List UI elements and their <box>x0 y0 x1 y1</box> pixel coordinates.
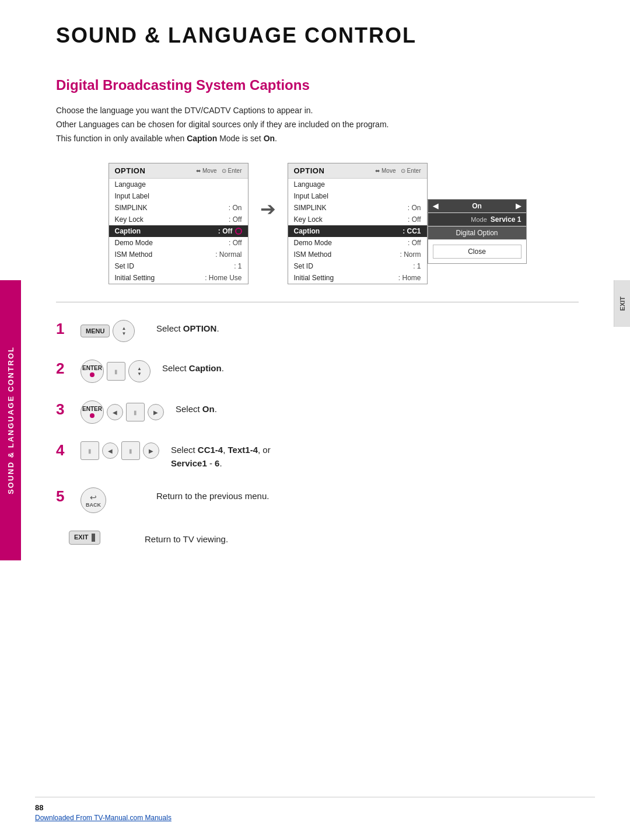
step-3-on: On <box>202 404 215 414</box>
nav-down-icon: ▼ <box>121 332 126 336</box>
screen-left-row-3: Key Lock: Off <box>109 214 248 225</box>
step-3-buttons: ENTER ◀ ▮ ▶ <box>80 400 164 424</box>
step-3: 3 ENTER ◀ ▮ ▶ Select On. <box>56 400 579 424</box>
arrow-container: ➔ <box>260 163 276 220</box>
screen-right-row-5: Demo Mode: Off <box>288 237 427 249</box>
nav-right-4[interactable]: ▶ <box>143 442 159 459</box>
step-4-text1: Text1-4 <box>228 445 258 455</box>
enter-button-2[interactable]: ENTER <box>80 360 104 383</box>
step-5-buttons: ↩ BACK <box>80 487 145 513</box>
screen-right-nav: ⬌ Move ⊙ Enter <box>375 168 421 174</box>
desc-line-1: Choose the language you want the DTV/CAD… <box>56 104 579 118</box>
screen-left: OPTION ⬌ Move ⊙ Enter Language Input Lab… <box>108 163 249 284</box>
footer-link[interactable]: Downloaded From TV-Manual.com Manuals <box>35 814 172 822</box>
side-tab-label: SOUND & LANGUAGE CONTROL <box>6 346 15 494</box>
screen-right-row-2: SIMPLINK: On <box>288 202 427 214</box>
sub-menu-on-row: ◀ On ▶ <box>428 200 526 213</box>
exit-tab: EXIT <box>614 280 630 327</box>
nav-updown-button-1[interactable]: ▲ ▼ <box>113 320 135 342</box>
step-3-number: 3 <box>56 402 69 417</box>
nav-up-icon-2: ▲ <box>137 367 142 371</box>
screen-right-area: OPTION ⬌ Move ⊙ Enter Language Input Lab… <box>288 163 527 284</box>
menu-button[interactable]: MENU <box>80 325 110 337</box>
nav-up-icon: ▲ <box>121 326 126 331</box>
sub-menu-close-row[interactable]: Close <box>433 245 522 259</box>
screens-area: OPTION ⬌ Move ⊙ Enter Language Input Lab… <box>56 163 579 284</box>
screen-left-row-7: Set ID: 1 <box>109 260 248 272</box>
desc-bold-caption: Caption <box>187 134 217 143</box>
step-1-buttons: MENU ▲ ▼ <box>80 320 145 342</box>
description: Choose the language you want the DTV/CAD… <box>56 104 579 145</box>
sub-menu-service-row: Mode Service 1 <box>428 213 526 226</box>
enter-label-3: ENTER <box>82 406 102 412</box>
step-2: 2 ENTER ▮ ▲ ▼ Select Caption. <box>56 360 579 383</box>
sub-menu-service-label: Service 1 <box>491 215 522 224</box>
screen-left-row-1: Input Label <box>109 190 248 202</box>
step-5-text: Return to the previous menu. <box>156 487 269 503</box>
page-title: SOUND & LANGUAGE CONTROL <box>56 23 579 48</box>
step-4-cc: CC1-4 <box>198 445 223 455</box>
square-icon: ▮ <box>114 368 118 375</box>
step-1-option: OPTION <box>183 323 217 333</box>
tri-left-icon: ◀ <box>433 202 438 210</box>
step-1: 1 MENU ▲ ▼ Select OPTION. <box>56 320 579 342</box>
nav-left-4[interactable]: ◀ <box>102 442 118 459</box>
back-button[interactable]: ↩ BACK <box>80 487 106 513</box>
enter-dot-3 <box>90 413 94 418</box>
desc-line-2: Other Languages can be chosen for digita… <box>56 118 579 132</box>
nav-square-2[interactable]: ▮ <box>107 362 125 381</box>
exit-text: Return to TV viewing. <box>145 531 228 546</box>
exit-tab-label: EXIT <box>619 297 626 311</box>
step-1-text: Select OPTION. <box>156 320 219 336</box>
screen-right-row-6: ISM Method: Norm <box>288 249 427 260</box>
square-icon-4: ▮ <box>88 448 92 454</box>
divider <box>56 302 579 302</box>
enter-label: ENTER <box>82 365 102 371</box>
tri-right-icon: ▶ <box>516 202 521 210</box>
screen-left-header: OPTION ⬌ Move ⊙ Enter <box>109 163 248 179</box>
sub-menu-panel: ◀ On ▶ Mode Service 1 Digital Option Clo… <box>428 199 527 264</box>
screen-left-title: OPTION <box>115 166 146 175</box>
screen-right: OPTION ⬌ Move ⊙ Enter Language Input Lab… <box>288 163 428 284</box>
step-4-buttons: ▮ ◀ ▮ ▶ <box>80 441 159 460</box>
step-4-number: 4 <box>56 442 69 458</box>
step-2-text: Select Caption. <box>162 360 224 375</box>
nav-square-4b[interactable]: ▮ <box>121 441 140 460</box>
screen-left-row-5: Demo Mode: Off <box>109 237 248 249</box>
screen-left-row-caption: Caption : Off <box>109 225 248 237</box>
page-number: 88 <box>35 803 595 812</box>
screen-right-row-7: Set ID: 1 <box>288 260 427 272</box>
side-tab: SOUND & LANGUAGE CONTROL <box>0 280 21 560</box>
step-1-number: 1 <box>56 321 69 336</box>
step-4-service: Service1 <box>171 458 207 468</box>
nav-square-4[interactable]: ▮ <box>80 441 99 460</box>
step-2-caption: Caption <box>189 363 222 373</box>
sub-menu-close-wrapper: Close <box>428 240 526 263</box>
screen-left-row-8: Initial Setting: Home Use <box>109 272 248 284</box>
nav-right-3[interactable]: ▶ <box>148 404 164 420</box>
desc-line-3: This function in only available when Cap… <box>56 132 579 146</box>
screen-left-row-2: SIMPLINK: On <box>109 202 248 214</box>
screen-left-nav: ⬌ Move ⊙ Enter <box>196 168 242 174</box>
nav-updown-button-2[interactable]: ▲ ▼ <box>128 360 150 382</box>
screen-right-title: OPTION <box>294 166 325 175</box>
exit-button[interactable]: EXIT <box>69 531 100 545</box>
footer: 88 Downloaded From TV-Manual.com Manuals <box>35 797 595 822</box>
step-2-buttons: ENTER ▮ ▲ ▼ <box>80 360 150 383</box>
nav-square-3[interactable]: ▮ <box>126 403 145 421</box>
step-5-number: 5 <box>56 489 69 504</box>
nav-left-3[interactable]: ◀ <box>107 404 123 420</box>
mode-label: Mode <box>471 216 487 223</box>
enter-button-3[interactable]: ENTER <box>80 400 104 424</box>
screen-left-row-0: Language <box>109 179 248 190</box>
back-arrow-icon: ↩ <box>90 493 97 502</box>
step-exit: EXIT Return to TV viewing. <box>69 531 579 546</box>
screen-right-row-0: Language <box>288 179 427 190</box>
screen-right-row-caption: Caption: CC1 <box>288 225 427 237</box>
section-title: Digital Broadcasting System Captions <box>56 77 579 93</box>
sub-menu-digital-label: Digital Option <box>456 229 498 237</box>
screen-right-row-8: Initial Setting: Home <box>288 272 427 284</box>
step-3-text: Select On. <box>176 400 217 416</box>
screen-right-body: Language Input Label SIMPLINK: On Key Lo… <box>288 179 427 284</box>
square-icon-3: ▮ <box>134 409 137 416</box>
